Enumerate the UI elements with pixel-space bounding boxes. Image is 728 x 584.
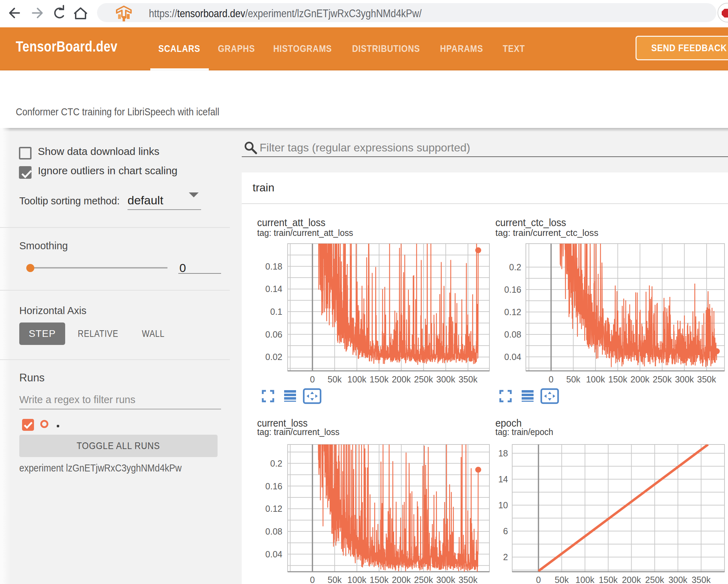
svg-text:50k: 50k: [328, 575, 342, 584]
svg-text:0: 0: [310, 374, 315, 384]
svg-text:250k: 250k: [653, 374, 672, 384]
svg-text:100k: 100k: [576, 575, 595, 584]
svg-text:tag: train/current_loss: tag: train/current_loss: [257, 427, 339, 437]
svg-text:300k: 300k: [668, 575, 688, 584]
svg-text:0.02: 0.02: [265, 352, 282, 362]
svg-text:0.14: 0.14: [265, 284, 282, 294]
svg-text:350k: 350k: [459, 374, 478, 384]
svg-text:current_ctc_loss: current_ctc_loss: [495, 217, 566, 228]
svg-text:150k: 150k: [370, 374, 389, 384]
svg-text:0.08: 0.08: [265, 527, 282, 536]
svg-text:200k: 200k: [392, 575, 411, 584]
svg-text:150k: 150k: [599, 575, 618, 584]
svg-text:350k: 350k: [459, 575, 478, 584]
svg-text:0.16: 0.16: [265, 481, 282, 491]
svg-text:350k: 350k: [697, 374, 716, 384]
svg-text:10: 10: [498, 500, 508, 510]
svg-text:0.12: 0.12: [504, 307, 521, 317]
svg-text:0.2: 0.2: [270, 459, 282, 468]
svg-text:300k: 300k: [436, 575, 455, 584]
svg-text:0.16: 0.16: [504, 285, 521, 294]
svg-text:0.18: 0.18: [265, 262, 282, 271]
svg-text:250k: 250k: [645, 575, 665, 584]
svg-text:200k: 200k: [392, 374, 411, 384]
svg-text:0.06: 0.06: [265, 330, 282, 339]
svg-text:50k: 50k: [328, 374, 342, 384]
svg-text:current_att_loss: current_att_loss: [257, 217, 325, 228]
svg-text:100k: 100k: [586, 374, 605, 384]
svg-text:250k: 250k: [414, 374, 433, 384]
svg-text:tag: train/current_ctc_loss: tag: train/current_ctc_loss: [495, 228, 598, 238]
svg-text:0: 0: [549, 374, 554, 384]
svg-text:200k: 200k: [622, 575, 641, 584]
svg-text:0.1: 0.1: [270, 307, 282, 317]
svg-text:300k: 300k: [675, 374, 694, 384]
svg-text:0.04: 0.04: [265, 549, 282, 559]
svg-text:0.2: 0.2: [509, 262, 521, 272]
svg-text:14: 14: [498, 474, 508, 484]
svg-text:50k: 50k: [555, 575, 569, 584]
svg-text:2: 2: [503, 552, 508, 562]
svg-text:50k: 50k: [566, 374, 581, 384]
svg-text:0: 0: [310, 575, 315, 584]
svg-text:150k: 150k: [370, 575, 389, 584]
svg-text:tag: train/epoch: tag: train/epoch: [495, 427, 553, 437]
svg-text:18: 18: [498, 448, 508, 458]
svg-text:200k: 200k: [631, 374, 650, 384]
svg-text:300k: 300k: [436, 374, 455, 384]
svg-text:6: 6: [503, 526, 508, 536]
svg-text:0.04: 0.04: [504, 352, 521, 362]
svg-text:150k: 150k: [608, 374, 627, 384]
svg-text:100k: 100k: [348, 575, 367, 584]
svg-text:0: 0: [536, 575, 541, 584]
svg-text:0.12: 0.12: [265, 504, 282, 514]
svg-text:350k: 350k: [692, 575, 711, 584]
svg-text:tag: train/current_att_loss: tag: train/current_att_loss: [257, 228, 353, 238]
svg-text:250k: 250k: [414, 575, 433, 584]
svg-text:0.08: 0.08: [504, 330, 521, 339]
svg-text:100k: 100k: [348, 374, 367, 384]
